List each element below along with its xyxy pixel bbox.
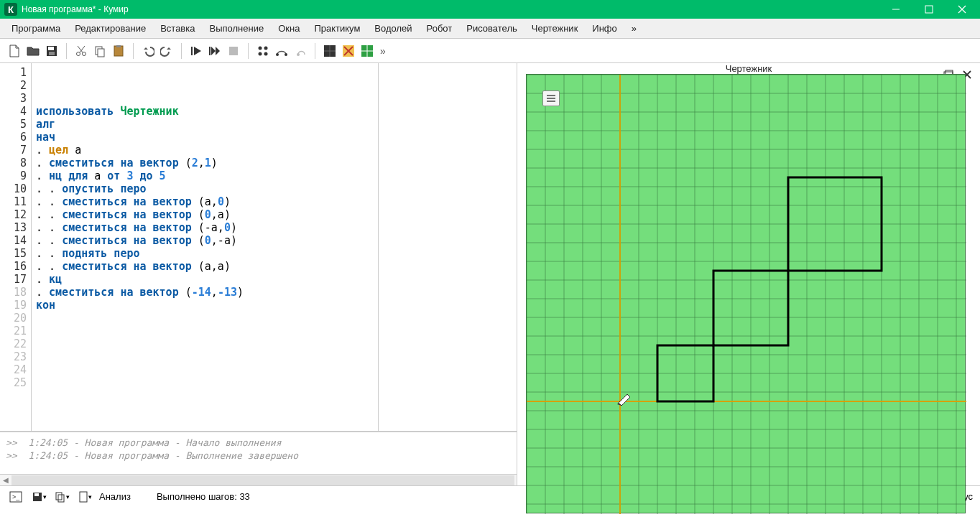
code-line[interactable] (36, 337, 512, 350)
paste-button[interactable] (110, 42, 127, 60)
right-panel-header: Чертежник (517, 63, 980, 74)
line-number: 1 (0, 66, 31, 79)
menu-info[interactable]: Инфо (585, 20, 624, 37)
menu-vodoley[interactable]: Водолей (367, 20, 419, 37)
run-button[interactable] (188, 42, 205, 60)
grid-green-button[interactable] (359, 42, 376, 60)
menu-run[interactable]: Выполнение (202, 20, 271, 37)
svg-rect-93 (34, 493, 39, 496)
line-number: 22 (0, 337, 31, 350)
code-line[interactable]: . кц (36, 273, 512, 286)
code-line[interactable] (36, 389, 512, 402)
code-line[interactable]: . . сместиться на вектор (a,a) (36, 260, 512, 273)
menu-practicum[interactable]: Практикум (307, 20, 367, 37)
svg-rect-12 (116, 45, 121, 47)
sb-save-button[interactable]: ▾ (30, 488, 47, 506)
left-pane: 1234567891011121314151617181920212223242… (0, 63, 517, 485)
svg-text:>_: >_ (12, 493, 20, 500)
line-number: 12 (0, 208, 31, 221)
code-line[interactable]: алг (36, 118, 512, 131)
svg-point-7 (77, 52, 80, 55)
menu-program[interactable]: Программа (4, 20, 68, 37)
code-line[interactable] (36, 350, 512, 363)
menu-robot[interactable]: Робот (420, 20, 460, 37)
canvas-wrap (517, 74, 980, 517)
copy-button[interactable] (91, 42, 108, 60)
menu-windows[interactable]: Окна (271, 20, 307, 37)
code-line[interactable] (36, 312, 512, 325)
sb-copy-button[interactable]: ▾ (53, 488, 70, 506)
svg-rect-96 (80, 492, 87, 502)
cut-button[interactable] (73, 42, 90, 60)
svg-point-19 (264, 52, 268, 55)
step-over-button[interactable] (273, 42, 290, 60)
editor[interactable]: 1234567891011121314151617181920212223242… (0, 63, 517, 432)
code-area[interactable]: использовать Чертежникалгнач. цел a. сме… (32, 63, 517, 431)
svg-rect-11 (114, 46, 123, 56)
canvas-menu-button[interactable] (542, 90, 560, 106)
scroll-left-arrow[interactable]: ◀ (0, 475, 11, 486)
menu-overflow[interactable]: » (624, 20, 644, 37)
line-number: 11 (0, 195, 31, 208)
redo-button[interactable] (158, 42, 175, 60)
horizontal-scrollbar[interactable]: ◀ ▶ (0, 474, 517, 485)
grid-color-button[interactable] (340, 42, 357, 60)
save-button[interactable] (43, 42, 60, 60)
code-line[interactable] (36, 376, 512, 389)
line-number: 7 (0, 144, 31, 157)
undo-button[interactable] (139, 42, 157, 60)
line-number: 6 (0, 131, 31, 144)
menu-insert[interactable]: Вставка (153, 20, 202, 37)
status-analysis: Анализ (99, 491, 131, 502)
code-line[interactable] (36, 402, 512, 415)
grid-svg (527, 75, 966, 514)
grid-dark-button[interactable] (321, 42, 338, 60)
code-line[interactable]: . . поднять перо (36, 247, 512, 260)
console-line: >> 1:24:05 - Новая программа - Выполнени… (6, 450, 511, 462)
line-number: 8 (0, 157, 31, 169)
drawing-canvas[interactable] (526, 74, 966, 513)
close-button[interactable] (946, 0, 979, 19)
svg-rect-15 (229, 47, 238, 55)
code-line[interactable]: . . опустить перо (36, 182, 512, 195)
minimize-button[interactable] (879, 0, 912, 19)
code-line[interactable]: . цел a (36, 144, 512, 157)
sb-console-button[interactable]: >_ (7, 488, 24, 506)
code-line[interactable]: . . сместиться на вектор (0,-a) (36, 234, 512, 247)
sb-doc-button[interactable]: ▾ (76, 488, 93, 506)
stop-button[interactable] (225, 42, 242, 60)
code-line[interactable]: кон (36, 299, 512, 312)
menu-painter[interactable]: Рисователь (459, 20, 524, 37)
line-number: 23 (0, 350, 31, 363)
code-line[interactable] (36, 325, 512, 337)
run-fast-button[interactable] (206, 42, 223, 60)
code-line[interactable]: использовать Чертежник (36, 105, 512, 118)
svg-rect-14 (209, 47, 211, 55)
code-line[interactable] (36, 363, 512, 376)
output-console[interactable]: >> 1:24:05 - Новая программа - Начало вы… (0, 432, 517, 474)
svg-rect-95 (58, 495, 64, 502)
line-number: 18 (0, 286, 31, 299)
menu-draftsman[interactable]: Чертежник (524, 20, 586, 37)
menu-edit[interactable]: Редактирование (68, 20, 153, 37)
code-line[interactable]: . нц для a от 3 до 5 (36, 169, 512, 182)
toolbar-overflow[interactable]: » (377, 45, 389, 57)
code-line[interactable]: . сместиться на вектор (2,1) (36, 157, 512, 169)
svg-point-18 (259, 52, 262, 55)
new-file-button[interactable] (6, 42, 23, 60)
editor-splitter[interactable] (378, 63, 379, 431)
step-out-button[interactable] (292, 42, 309, 60)
code-line[interactable]: . . сместиться на вектор (0,a) (36, 208, 512, 221)
code-line[interactable]: нач (36, 131, 512, 144)
code-line[interactable]: . . сместиться на вектор (-a,0) (36, 221, 512, 234)
open-file-button[interactable] (24, 42, 42, 60)
line-number: 2 (0, 79, 31, 92)
scroll-thumb[interactable] (11, 475, 514, 485)
code-line[interactable]: . . сместиться на вектор (a,0) (36, 195, 512, 208)
code-line[interactable]: . сместиться на вектор (-14,-13) (36, 286, 512, 299)
maximize-button[interactable] (912, 0, 946, 19)
svg-point-16 (259, 46, 262, 50)
line-number: 15 (0, 247, 31, 260)
step-into-button[interactable] (254, 42, 272, 60)
code-line[interactable] (36, 415, 512, 428)
